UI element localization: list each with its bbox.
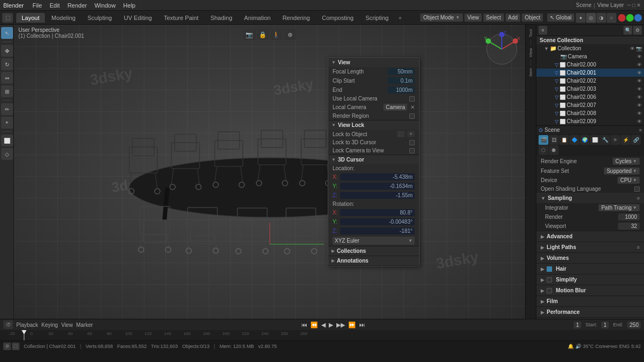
view-menu[interactable]: View <box>464 14 482 22</box>
use-local-camera-checkbox[interactable] <box>409 96 415 102</box>
render-props-tab[interactable]: 🎬 <box>539 135 548 145</box>
tool-add-cube[interactable]: ⬜ <box>1 135 13 146</box>
rot-z-value[interactable]: -181° <box>340 227 415 234</box>
lock-3d-cursor-checkbox[interactable] <box>409 140 415 145</box>
orientation-gizmo[interactable]: X Y Z <box>483 30 521 68</box>
constraints-props-tab[interactable]: 🔗 <box>631 135 641 145</box>
statusbar-icon-1[interactable]: ⊙ <box>3 343 11 350</box>
add-workspace-button[interactable]: + <box>395 14 405 22</box>
object-menu[interactable]: Object <box>522 14 543 22</box>
rot-x-value[interactable]: 80.8° <box>340 209 415 216</box>
collection-render-eye[interactable]: 📷 <box>636 46 642 51</box>
collection-item[interactable]: ▼ 📁 Collection 👁 📷 <box>536 44 644 52</box>
viewport-shading-material[interactable]: ◑ <box>596 13 606 23</box>
viewport-shading-render[interactable]: ○ <box>607 13 616 23</box>
viewport-shading-solid[interactable]: ● <box>576 13 586 23</box>
motion-blur-header[interactable]: ▶ Motion Blur <box>536 285 644 296</box>
3d-viewport[interactable]: User Perspective (1) Collection | Chair0… <box>14 25 525 319</box>
tab-sculpting[interactable]: Sculpting <box>82 13 117 23</box>
object-props-tab[interactable]: ⬜ <box>590 135 600 145</box>
volumes-header[interactable]: ▶ Volumes <box>536 253 644 263</box>
tab-scripting[interactable]: Scripting <box>360 13 394 23</box>
chair-item-7[interactable]: ▽ ⬜ Chair02.007 👁 <box>536 101 644 109</box>
tool-move[interactable]: ✥ <box>1 45 13 57</box>
play-jump-end[interactable]: ⏭ <box>359 321 365 328</box>
tab-composting[interactable]: Composting <box>316 13 359 23</box>
modifier-props-tab[interactable]: 🔧 <box>600 135 610 145</box>
particles-props-tab[interactable]: ✳ <box>610 135 620 145</box>
scene-panel-filter[interactable]: 🔍 <box>623 26 632 35</box>
advanced-header[interactable]: ▶ Advanced <box>536 231 644 242</box>
local-camera-value[interactable]: Camera <box>383 104 407 111</box>
tool-annotate[interactable]: ✏ <box>1 103 13 115</box>
camera-item[interactable]: 📷 Camera 👁 <box>536 52 644 61</box>
add-menu[interactable]: Add <box>506 14 521 22</box>
chair-item-3[interactable]: ▽ ⬜ Chair02.003 👁 <box>536 85 644 93</box>
light-paths-menu[interactable]: ≡ <box>637 245 640 250</box>
cursor-z-value[interactable]: -1.55m <box>340 192 415 199</box>
view-fly-button[interactable]: ⊕ <box>284 29 296 40</box>
film-header[interactable]: ▶ Film <box>536 296 644 306</box>
tool-transform[interactable]: ⊞ <box>1 85 13 97</box>
timeline-editor-type[interactable]: ⏱ <box>3 320 13 329</box>
chair-eye-0[interactable]: 👁 <box>637 62 642 68</box>
lock-to-object-eyedrop[interactable]: ✦ <box>407 131 415 137</box>
hair-checkbox[interactable] <box>547 266 552 272</box>
chair-eye-2[interactable]: 👁 <box>637 78 642 84</box>
collection-eye[interactable]: 👁 <box>630 46 635 51</box>
chair-item-2[interactable]: ▽ ⬜ Chair02.002 👁 <box>536 77 644 85</box>
camera-eye[interactable]: 👁 <box>637 54 642 59</box>
global-local-toggle[interactable]: ↖ Global <box>547 14 574 22</box>
play-prev-frame[interactable]: ◀ <box>321 321 326 329</box>
cursor-3d-header[interactable]: ▼ 3D Cursor <box>328 155 419 164</box>
lock-to-object-picker[interactable]: ⬚ <box>397 131 405 137</box>
play-next-keyframe[interactable]: ⏩ <box>348 321 356 329</box>
tab-rendering[interactable]: Rendering <box>277 13 315 23</box>
motion-blur-checkbox[interactable] <box>547 288 552 293</box>
view-layer-props-tab[interactable]: 📋 <box>559 135 569 145</box>
feature-set-dropdown[interactable]: Supported ▼ <box>604 167 640 175</box>
play-prev-keyframe[interactable]: ⏪ <box>310 321 318 329</box>
select-menu[interactable]: Select <box>483 14 504 22</box>
menu-file[interactable]: File <box>29 2 45 9</box>
rot-y-value[interactable]: -0.00483° <box>340 218 415 225</box>
sampling-menu[interactable]: ≡ <box>637 196 640 201</box>
timeline-track[interactable]: -20 0 20 40 60 80 100 120 140 160 180 20… <box>0 330 644 340</box>
start-frame[interactable]: 1 <box>601 321 609 329</box>
simplify-header[interactable]: ▶ Simplify <box>536 274 644 285</box>
chair-item-6[interactable]: ▽ ⬜ Chair02.006 👁 <box>536 93 644 101</box>
current-frame[interactable]: 1 <box>574 321 581 329</box>
simplify-checkbox[interactable] <box>547 277 552 283</box>
tab-modeling[interactable]: Modeling <box>46 13 81 23</box>
tab-layout[interactable]: Layout <box>16 13 45 23</box>
statusbar-icon-2[interactable]: ⬚ <box>12 343 19 350</box>
scene-panel-settings[interactable]: ⚙ <box>633 26 642 35</box>
tool-add-other[interactable]: ◇ <box>1 148 13 160</box>
viewport-shading-wire[interactable]: ◎ <box>586 13 596 23</box>
clip-end-value[interactable]: 1000m <box>388 86 415 93</box>
scene-panel-menu[interactable]: ≡ <box>539 26 547 35</box>
view-label[interactable]: View <box>61 322 73 328</box>
menu-edit[interactable]: Edit <box>47 2 63 9</box>
output-props-tab[interactable]: 🖼 <box>549 135 559 145</box>
view-section-header[interactable]: ▼ View <box>328 58 419 67</box>
window-close[interactable]: ✕ <box>636 2 641 8</box>
tool-scale[interactable]: ⇔ <box>1 72 13 84</box>
view-lock-header[interactable]: ▼ View Lock <box>328 120 419 130</box>
clip-start-value[interactable]: 0.1m <box>388 77 415 84</box>
window-maximize[interactable]: □ <box>632 2 635 8</box>
performance-header[interactable]: ▶ Performance <box>536 307 644 317</box>
play-jump-start[interactable]: ⏮ <box>301 321 307 328</box>
window-minimize[interactable]: ─ <box>627 2 631 8</box>
cursor-x-value[interactable]: -5.438m <box>340 173 415 180</box>
object-mode-dropdown[interactable]: Object Mode ▼ <box>420 14 463 22</box>
scene-menu-btn[interactable]: ≡ <box>639 128 642 133</box>
chair-item-8[interactable]: ▽ ⬜ Chair02.008 👁 <box>536 109 644 117</box>
tab-uv-editing[interactable]: UV Editing <box>118 13 157 23</box>
view-walk-button[interactable]: 🚶 <box>270 29 282 40</box>
rotation-mode-dropdown[interactable]: XYZ Euler ▼ <box>333 237 415 245</box>
lock-camera-checkbox[interactable] <box>409 148 415 153</box>
render-region-checkbox[interactable] <box>409 113 415 119</box>
chair-eye-8[interactable]: 👁 <box>637 111 642 116</box>
physics-props-tab[interactable]: ⚡ <box>621 135 630 145</box>
